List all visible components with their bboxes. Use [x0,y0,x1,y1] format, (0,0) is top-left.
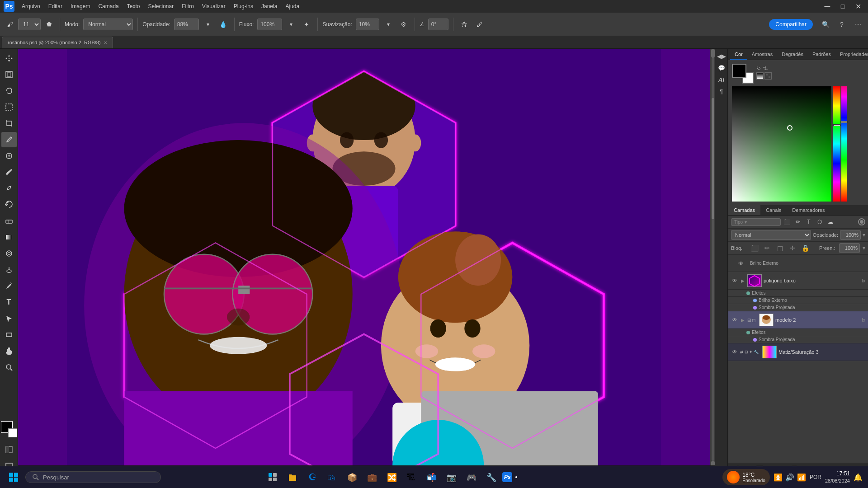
layer-eye-poligono[interactable]: 👁 [731,277,738,284]
crop-tool[interactable] [1,116,17,131]
layer-eye-modelo2[interactable]: 👁 [731,316,738,324]
foreground-swatch[interactable] [732,64,746,78]
airbrush-btn[interactable]: 💧 [217,18,230,31]
gradient-swatch[interactable] [756,72,764,80]
lock-move-btn[interactable]: ✛ [788,243,797,253]
layer-opacity-input[interactable] [840,230,861,240]
tab-camadas[interactable]: Camadas [728,205,760,215]
zoom-tool[interactable] [1,360,17,375]
taskbar-app9[interactable]: 📷 [443,468,461,486]
layer-fx-modelo2[interactable]: fx [862,318,865,323]
lock-artboard-btn[interactable]: ◫ [775,243,785,253]
lock-transparent-btn[interactable]: ⬛ [750,243,760,253]
tab-padroes[interactable]: Padrões [808,50,835,60]
quick-mask-btn[interactable] [1,442,17,457]
menu-plugins[interactable]: Plug-ins [230,2,257,11]
menu-janela[interactable]: Janela [258,2,281,11]
comment-btn[interactable]: 💬 [716,62,727,73]
ai-btn[interactable]: AI [716,74,727,85]
taskbar-app7[interactable]: 🏗 [403,468,421,486]
brush-settings-btn[interactable]: ⬟ [42,18,55,31]
brush-tool[interactable] [1,164,17,180]
layer-filter-toggle[interactable] [858,218,865,225]
menu-selecionar[interactable]: Selecionar [144,2,177,11]
clone-stamp-tool[interactable] [1,181,17,196]
taskbar-dropbox[interactable]: 📬 [423,468,441,486]
help-btn[interactable]: ? [835,18,848,31]
taskbar-weather[interactable]: 18°C Ensolarado [722,469,770,485]
layer-expand-poligono[interactable]: ▶ [740,278,745,283]
tray-icon-3[interactable]: 📶 [797,473,806,482]
tab-propriedades[interactable]: Propriedades [835,50,868,60]
lasso-tool[interactable] [1,83,17,99]
reset-colors-icon[interactable] [756,66,762,71]
preen-dropdown-btn[interactable]: ▾ [863,245,865,251]
menu-imagem[interactable]: Imagem [67,2,94,11]
taskbar-git[interactable]: 🔀 [383,468,401,486]
panel-toggle-btn[interactable]: ◀▶ [716,51,727,61]
blur-tool[interactable] [1,246,17,261]
flow-pressure-btn[interactable]: ✦ [300,18,313,31]
taskbar-edge[interactable] [303,468,321,486]
blend-mode-select[interactable]: Normal [83,19,133,30]
tab-demarcadores[interactable]: Demarcadores [787,205,830,215]
taskbar-datetime[interactable]: 17:51 28/08/2024 [825,470,850,484]
taskbar-app10[interactable]: 🎮 [462,468,481,486]
flow-options-btn[interactable]: ▾ [285,18,297,31]
menu-camada[interactable]: Camada [94,2,122,11]
marquee-tool[interactable] [1,99,17,115]
notifications-btn[interactable]: 🔔 [854,473,863,482]
eyedropper-tool[interactable] [1,132,17,147]
background-color-swatch[interactable] [8,428,17,437]
taskbar-app11[interactable]: 🔧 [482,468,500,486]
angle-input[interactable] [428,19,448,30]
pressure-btn[interactable]: 🖊 [473,18,486,31]
opacity-input[interactable] [174,19,199,30]
menu-filtro[interactable]: Filtro [178,2,198,11]
plugin-btn[interactable]: ⋯ [852,18,864,31]
layer-search-box[interactable]: Tipo ▾ [731,218,781,226]
color-strip[interactable] [841,86,847,202]
eraser-tool[interactable] [1,213,17,229]
menu-ajuda[interactable]: Ajuda [282,2,303,11]
language-indicator[interactable]: POR [810,474,821,480]
hand-tool[interactable] [1,343,17,359]
search-btn[interactable]: 🔍 [819,18,832,31]
opacity-dropdown-btn[interactable]: ▾ [863,232,865,238]
layer-item-matiz[interactable]: 👁 ⇄ ⊟ ✦ 🔧 Matiz/Saturação 3 [728,343,868,361]
layer-item-poligono[interactable]: 👁 ▶ poligono baixo fx [728,272,868,290]
tab-close-btn[interactable]: ✕ [104,40,107,45]
smoothing-settings-btn[interactable]: ⚙ [397,18,410,31]
layer-eye-matiz[interactable]: 👁 [731,348,738,356]
layer-eye-brilho[interactable]: 👁 [737,260,745,267]
layer-filter-pixel[interactable]: ⬛ [783,217,792,226]
layer-expand-modelo2[interactable]: ▶ [740,318,745,323]
tray-icon-1[interactable]: ⏫ [774,473,783,482]
tab-canais[interactable]: Canais [760,205,787,215]
gradient-tool[interactable] [1,230,17,245]
layer-filter-smart[interactable]: ☁ [826,217,835,226]
layer-blend-mode[interactable]: Normal [731,230,811,240]
rectangle-tool[interactable] [1,327,17,343]
maximize-button[interactable]: □ [836,0,849,13]
tab-cor[interactable]: Cor [730,50,747,60]
artboard-tool[interactable] [1,67,17,82]
path-selection-tool[interactable] [1,311,17,326]
taskbar-search-box[interactable]: Pesquisar [25,471,161,483]
tray-icon-2[interactable]: 🔊 [785,473,794,482]
paragraph-btn[interactable]: ¶ [716,86,727,97]
lock-all-btn[interactable]: 🔒 [800,243,810,253]
share-button[interactable]: Compartilhar [769,19,813,30]
preen-input[interactable] [839,243,860,253]
hue-slider[interactable] [833,86,840,202]
taskbar-amazon[interactable]: 📦 [343,468,361,486]
taskbar-store[interactable]: 🛍 [323,468,341,486]
color-gradient-box[interactable] [732,86,831,202]
menu-arquivo[interactable]: Arquivo [18,2,44,11]
layer-filter-adjust[interactable]: ✏ [793,217,802,226]
menu-visualizar[interactable]: Visualizar [198,2,229,11]
text-tool[interactable]: T [1,295,17,310]
symmetry-btn[interactable]: ⛦ [458,18,471,31]
pen-tool[interactable] [1,278,17,294]
flow-input[interactable] [257,19,282,30]
